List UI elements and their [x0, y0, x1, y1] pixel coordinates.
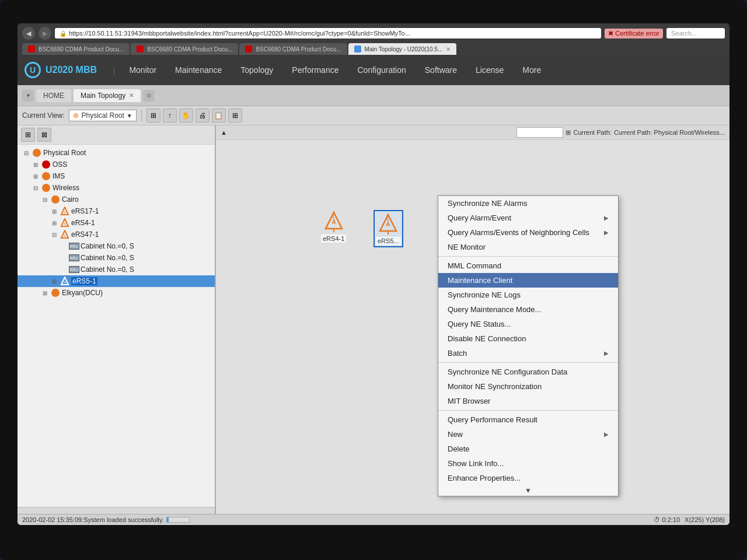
oss-icon [41, 160, 51, 169]
tree-node-elkyan[interactable]: ⊞ Elkyan(DCU) [18, 287, 215, 299]
svg-text:A: A [64, 234, 66, 237]
ctx-mit-browser[interactable]: MIT Browser [438, 394, 618, 408]
tab-chevron-btn[interactable]: ▾ [22, 90, 34, 102]
tree-node-cairo[interactable]: ⊟ Cairo [18, 194, 215, 205]
expand-ers47[interactable]: ⊟ [50, 230, 58, 239]
ctx-new[interactable]: New [438, 427, 618, 442]
browser-icon-4 [354, 46, 361, 52]
menu-software[interactable]: Software [416, 55, 466, 85]
expand-wireless[interactable]: ⊟ [32, 184, 40, 192]
tree-btn-2[interactable]: ⊠ [37, 128, 51, 142]
tree-node-wireless[interactable]: ⊟ Wireless [18, 182, 215, 194]
tree-toolbar: ⊞ ⊠ [18, 125, 215, 145]
expand-ers17[interactable]: ⊞ [50, 207, 58, 215]
tree-node-cab3[interactable]: RRU Cabinet No.=0, S [18, 264, 215, 275]
back-button[interactable]: ◀ [22, 27, 35, 40]
toolbar-icon-2: ↑ [168, 111, 172, 120]
tree-h-scrollbar[interactable] [18, 507, 215, 514]
expand-elkyan[interactable]: ⊞ [41, 289, 49, 297]
expand-ers5[interactable]: ⊞ [50, 277, 58, 285]
search-box[interactable]: Search... [666, 28, 725, 38]
toolbar-btn-1[interactable]: ⊞ [146, 108, 160, 123]
tree-node-oss[interactable]: ⊞ OSS [18, 159, 215, 170]
expand-cairo[interactable]: ⊟ [41, 195, 49, 204]
expand-ers4[interactable]: ⊞ [50, 219, 58, 227]
ctx-query-maint-mode[interactable]: Query Maintenance Mode... [438, 302, 618, 317]
tab-home[interactable]: HOME [36, 89, 71, 102]
tab-close-icon[interactable]: ✕ [446, 46, 451, 52]
expand-ims[interactable]: ⊞ [32, 172, 40, 180]
address-bar[interactable]: 🔒 https://10.50.11.51:31943/mbbportalweb… [55, 28, 601, 38]
toolbar-btn-4[interactable]: 🖨 [196, 108, 210, 123]
expand-root[interactable]: ⊟ [22, 149, 30, 157]
node-label-ers47: eRS47-1 [71, 230, 99, 239]
tree-node-ers5[interactable]: ⊞ A eRS5-1 [18, 275, 215, 287]
tab-refresh-btn[interactable]: ⊙ [143, 90, 155, 102]
node-label-elkyan: Elkyan(DCU) [62, 289, 103, 297]
tab-label-1: BSC6680 CDMA Product Docu... [39, 46, 124, 52]
ctx-query-ne-status[interactable]: Query NE Status... [438, 317, 618, 331]
forward-button[interactable]: ▶ [39, 27, 51, 40]
cert-error[interactable]: ✖ Certificate error [605, 29, 663, 38]
tree-node-root[interactable]: ⊟ Physical Root [18, 147, 215, 159]
cairo-icon [51, 195, 60, 204]
tree-node-ers4[interactable]: ⊞ A eRS4-1 [18, 217, 215, 229]
tab-home-label: HOME [43, 92, 64, 100]
ctx-batch[interactable]: Batch [438, 346, 618, 360]
tree-content[interactable]: ⊟ Physical Root ⊞ OSS [18, 145, 215, 507]
tab-label-3: BSC6680 CDMA Product Docu... [256, 46, 341, 52]
ctx-query-alarm-event[interactable]: Query Alarm/Event [438, 211, 618, 225]
menu-configuration[interactable]: Configuration [348, 55, 415, 85]
menu-maintenance[interactable]: Maintenance [166, 55, 231, 85]
tree-node-cab1[interactable]: RRU Cabinet No.=0, S [18, 240, 215, 252]
browser-tab-4[interactable]: Main Topology - U2020(10.5... ✕ [348, 43, 457, 55]
menu-performance[interactable]: Performance [282, 55, 348, 85]
tree-icon-2: ⊠ [41, 131, 47, 139]
logo-icon: U [25, 62, 41, 78]
ctx-enhance-props[interactable]: Enhance Properties... [438, 471, 618, 485]
expand-oss[interactable]: ⊞ [32, 160, 40, 169]
view-select[interactable]: ⊕ Physical Root ▼ [69, 110, 136, 121]
browser-tab-1[interactable]: BSC6680 CDMA Product Docu... [22, 43, 130, 55]
map-ne-ers4[interactable]: A L eRS4-1 [321, 210, 346, 243]
menu-topology[interactable]: Topology [231, 55, 282, 85]
browser-tab-2[interactable]: BSC6680 CDMA Product Docu... [131, 43, 238, 55]
toolbar-btn-2[interactable]: ↑ [163, 108, 177, 123]
menu-license[interactable]: License [466, 55, 513, 85]
menu-bar: U U2020 MBB | Monitor Maintenance Topolo… [18, 55, 729, 85]
progress-bar-container [166, 517, 190, 523]
ctx-sync-alarms[interactable]: Synchronize NE Alarms [438, 196, 618, 211]
ctx-ne-monitor[interactable]: NE Monitor [438, 240, 618, 254]
browser-window: ◀ ▶ 🔒 https://10.50.11.51:31943/mbbporta… [18, 23, 729, 525]
toolbar-btn-5[interactable]: 📋 [212, 108, 226, 123]
ctx-maintenance-client[interactable]: Maintenance Client [438, 273, 618, 288]
tree-btn-1[interactable]: ⊞ [21, 128, 35, 142]
ctx-mml-command[interactable]: MML Command [438, 258, 618, 273]
toolbar-btn-3[interactable]: ✋ [179, 108, 193, 123]
tab-main-topology[interactable]: Main Topology ✕ [74, 89, 141, 102]
ctx-sep-3 [438, 410, 618, 411]
toolbar-btn-6[interactable]: ⊞ [228, 108, 242, 123]
ctx-disable-ne[interactable]: Disable NE Connection [438, 331, 618, 346]
tree-node-ers47[interactable]: ⊟ A eRS47-1 [18, 229, 215, 240]
ers5-icon: A [60, 276, 69, 286]
ctx-sync-config[interactable]: Synchronize NE Configuration Data [438, 365, 618, 379]
menu-monitor[interactable]: Monitor [120, 55, 166, 85]
ctx-query-alarms-neighboring[interactable]: Query Alarms/Events of Neighboring Cells [438, 225, 618, 240]
tree-node-cab2[interactable]: RRU Cabinet No.=0, S [18, 252, 215, 264]
map-nav-dropdown[interactable] [516, 127, 563, 138]
ctx-sync-logs[interactable]: Synchronize NE Logs [438, 288, 618, 302]
menu-more[interactable]: More [513, 55, 550, 85]
tree-node-ims[interactable]: ⊞ IMS [18, 170, 215, 182]
ctx-delete[interactable]: Delete [438, 442, 618, 456]
progress-bar-fill [167, 517, 169, 522]
tree-node-ers17[interactable]: ⊞ A eRS17-1 [18, 205, 215, 217]
tab-close-topology[interactable]: ✕ [129, 92, 134, 99]
ers4-icon: A [60, 218, 69, 228]
ne-icon-ers4: A L [322, 210, 345, 233]
ctx-show-link[interactable]: Show Link Info... [438, 456, 618, 471]
ctx-query-perf[interactable]: Query Performance Result [438, 412, 618, 427]
ctx-monitor-sync[interactable]: Monitor NE Synchronization [438, 379, 618, 394]
browser-tab-3[interactable]: BSC6680 CDMA Product Docu... [239, 43, 347, 55]
map-ne-ers5[interactable]: A L eRS5... [374, 210, 403, 247]
